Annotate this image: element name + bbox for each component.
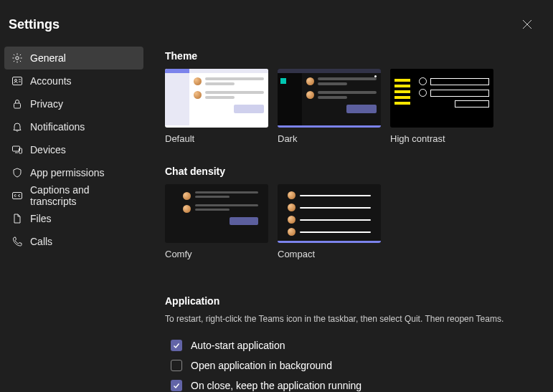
density-option-comfy[interactable]: Comfy	[165, 184, 268, 259]
theme-label-high-contrast: High contrast	[390, 133, 493, 144]
checkbox-label: On close, keep the application running	[191, 380, 361, 391]
svg-point-0	[16, 57, 19, 59]
theme-label-default: Default	[165, 133, 268, 144]
sidebar-item-accounts[interactable]: Accounts	[4, 70, 143, 92]
theme-thumb-dark	[278, 69, 381, 128]
sidebar-item-privacy[interactable]: Privacy	[4, 92, 143, 115]
density-thumb-compact	[278, 184, 381, 243]
checkbox-open-bg[interactable]	[171, 360, 182, 371]
density-options: Comfy Compact	[165, 184, 542, 259]
svg-point-2	[15, 80, 17, 82]
svg-rect-6	[13, 193, 22, 199]
check-icon	[173, 342, 180, 349]
phone-icon	[11, 236, 23, 247]
sidebar-item-label: Devices	[30, 144, 66, 156]
sidebar-item-label: Accounts	[30, 75, 72, 87]
checkbox-row-open-bg: Open application in background	[165, 355, 542, 376]
theme-label-dark: Dark	[278, 133, 381, 144]
sidebar-item-label: General	[30, 52, 66, 64]
sidebar-item-app-permissions[interactable]: App permissions	[4, 161, 143, 184]
content: Theme Default	[151, 43, 553, 392]
bell-icon	[11, 121, 23, 133]
theme-option-dark[interactable]: Dark	[278, 69, 381, 144]
sidebar-item-general[interactable]: General	[4, 47, 143, 70]
sidebar: General Accounts Privacy Notifications D…	[0, 43, 151, 392]
theme-option-default[interactable]: Default	[165, 69, 268, 144]
account-icon	[11, 75, 23, 87]
checkbox-row-on-close: On close, keep the application running	[165, 376, 542, 392]
sidebar-item-captions[interactable]: Captions and transcripts	[4, 184, 143, 207]
theme-thumb-high-contrast	[390, 69, 493, 128]
svg-rect-1	[13, 77, 22, 85]
captions-icon	[11, 190, 23, 201]
checkbox-auto-start[interactable]	[171, 340, 182, 351]
density-option-compact[interactable]: Compact	[278, 184, 381, 259]
density-label-compact: Compact	[278, 249, 381, 259]
checkbox-on-close[interactable]	[171, 380, 182, 391]
theme-options: Default Dark	[165, 69, 542, 144]
checkbox-label: Open application in background	[191, 360, 332, 371]
shield-icon	[11, 167, 23, 178]
svg-rect-3	[14, 103, 21, 108]
density-thumb-comfy	[165, 184, 268, 243]
check-icon	[173, 382, 180, 389]
lock-icon	[11, 98, 23, 110]
sidebar-item-label: Files	[30, 213, 52, 224]
theme-heading: Theme	[165, 50, 542, 62]
application-description: To restart, right-click the Teams icon i…	[165, 314, 542, 324]
devices-icon	[11, 144, 23, 156]
theme-thumb-default	[165, 69, 268, 128]
close-button[interactable]	[516, 13, 539, 36]
sidebar-item-calls[interactable]: Calls	[4, 230, 143, 253]
density-heading: Chat density	[165, 166, 542, 177]
sidebar-item-label: App permissions	[30, 167, 105, 178]
checkbox-row-auto-start: Auto-start application	[165, 335, 542, 355]
gear-icon	[11, 52, 23, 64]
sidebar-item-label: Privacy	[30, 98, 63, 110]
checkbox-label: Auto-start application	[191, 340, 285, 351]
page-title: Settings	[9, 17, 60, 32]
sidebar-item-notifications[interactable]: Notifications	[4, 115, 143, 138]
close-icon	[522, 19, 532, 29]
sidebar-item-label: Calls	[30, 236, 52, 247]
application-heading: Application	[165, 295, 542, 307]
sidebar-item-devices[interactable]: Devices	[4, 138, 143, 161]
theme-option-high-contrast[interactable]: High contrast	[390, 69, 493, 144]
file-icon	[11, 213, 23, 224]
density-label-comfy: Comfy	[165, 249, 268, 259]
sidebar-item-files[interactable]: Files	[4, 207, 143, 230]
sidebar-item-label: Notifications	[30, 121, 85, 133]
sidebar-item-label: Captions and transcripts	[30, 184, 136, 207]
